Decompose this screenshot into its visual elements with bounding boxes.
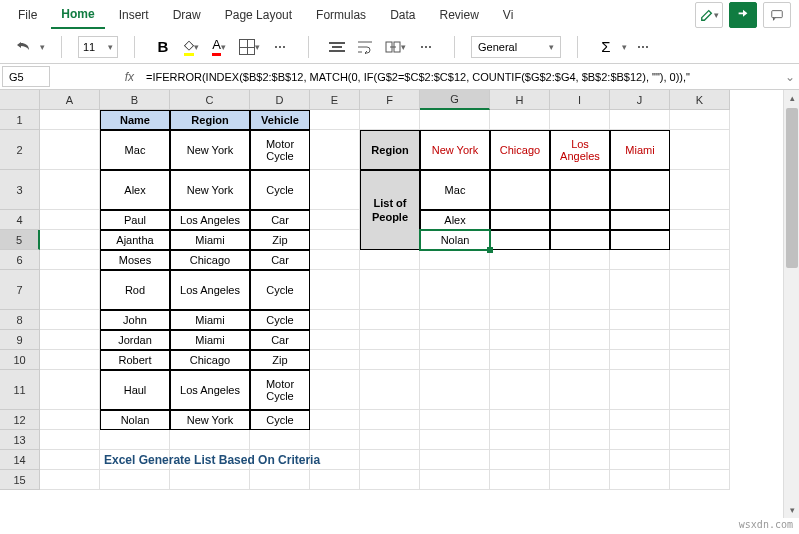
merge-button[interactable]: ▾ [381, 35, 410, 59]
more-font-button[interactable]: ⋯ [268, 35, 292, 59]
fill-handle[interactable] [487, 247, 493, 253]
cell-J7[interactable] [610, 270, 670, 310]
more-align-button[interactable]: ⋯ [414, 35, 438, 59]
menu-data[interactable]: Data [380, 2, 425, 28]
cell-E10[interactable] [310, 350, 360, 370]
cell-E12[interactable] [310, 410, 360, 430]
cell-B13[interactable] [100, 430, 170, 450]
cell-E4[interactable] [310, 210, 360, 230]
cell-A13[interactable] [40, 430, 100, 450]
cell-I11[interactable] [550, 370, 610, 410]
formula-bar[interactable]: =IFERROR(INDEX($B$2:$B$12, MATCH(0, IF(G… [142, 64, 781, 89]
cell-K9[interactable] [670, 330, 730, 350]
cell-J11[interactable] [610, 370, 670, 410]
table1-r0-c1[interactable]: New York [170, 130, 250, 170]
cell-F8[interactable] [360, 310, 420, 330]
table2-people-r2-c1[interactable] [490, 230, 550, 250]
cell-A3[interactable] [40, 170, 100, 210]
table1-header-2[interactable]: Vehicle [250, 110, 310, 130]
table1-r10-c0[interactable]: Nolan [100, 410, 170, 430]
cell-A11[interactable] [40, 370, 100, 410]
cell-G6[interactable] [420, 250, 490, 270]
cell-F1[interactable] [360, 110, 420, 130]
table2-people-r2-c3[interactable] [610, 230, 670, 250]
cell-K4[interactable] [670, 210, 730, 230]
table1-r5-c0[interactable]: Rod [100, 270, 170, 310]
cell-A1[interactable] [40, 110, 100, 130]
row-header-2[interactable]: 2 [0, 130, 40, 170]
col-header-G[interactable]: G [420, 90, 490, 110]
cell-C13[interactable] [170, 430, 250, 450]
row-header-3[interactable]: 3 [0, 170, 40, 210]
table1-r2-c0[interactable]: Paul [100, 210, 170, 230]
table1-header-0[interactable]: Name [100, 110, 170, 130]
menu-review[interactable]: Review [429, 2, 488, 28]
cell-A12[interactable] [40, 410, 100, 430]
table1-r5-c1[interactable]: Los Angeles [170, 270, 250, 310]
cell-E3[interactable] [310, 170, 360, 210]
table1-r0-c2[interactable]: Motor Cycle [250, 130, 310, 170]
table2-people-r0-c1[interactable] [490, 170, 550, 210]
col-header-D[interactable]: D [250, 90, 310, 110]
table2-people-r0-c0[interactable]: Mac [420, 170, 490, 210]
cell-J8[interactable] [610, 310, 670, 330]
cell-A9[interactable] [40, 330, 100, 350]
cell-J13[interactable] [610, 430, 670, 450]
edit-mode-button[interactable]: ▾ [695, 2, 723, 28]
cell-K14[interactable] [670, 450, 730, 470]
table1-r1-c2[interactable]: Cycle [250, 170, 310, 210]
col-header-C[interactable]: C [170, 90, 250, 110]
cell-A15[interactable] [40, 470, 100, 490]
row-header-14[interactable]: 14 [0, 450, 40, 470]
cell-H15[interactable] [490, 470, 550, 490]
cell-I12[interactable] [550, 410, 610, 430]
table1-r6-c2[interactable]: Cycle [250, 310, 310, 330]
menu-formulas[interactable]: Formulas [306, 2, 376, 28]
row-header-8[interactable]: 8 [0, 310, 40, 330]
cell-H9[interactable] [490, 330, 550, 350]
cell-A8[interactable] [40, 310, 100, 330]
table1-r10-c1[interactable]: New York [170, 410, 250, 430]
comments-button[interactable] [763, 2, 791, 28]
cell-I6[interactable] [550, 250, 610, 270]
cell-H8[interactable] [490, 310, 550, 330]
cell-G9[interactable] [420, 330, 490, 350]
fill-color-button[interactable]: ◇▾ [179, 35, 203, 59]
table1-r2-c1[interactable]: Los Angeles [170, 210, 250, 230]
cell-H12[interactable] [490, 410, 550, 430]
table1-r6-c1[interactable]: Miami [170, 310, 250, 330]
font-size-selector[interactable]: 11▾ [78, 36, 118, 58]
table1-r4-c0[interactable]: Moses [100, 250, 170, 270]
cell-E6[interactable] [310, 250, 360, 270]
cell-G12[interactable] [420, 410, 490, 430]
table2-people-r0-c3[interactable] [610, 170, 670, 210]
table1-r8-c1[interactable]: Chicago [170, 350, 250, 370]
menu-insert[interactable]: Insert [109, 2, 159, 28]
cell-D15[interactable] [250, 470, 310, 490]
cell-F7[interactable] [360, 270, 420, 310]
row-header-9[interactable]: 9 [0, 330, 40, 350]
cell-I8[interactable] [550, 310, 610, 330]
more-editing-button[interactable]: ⋯ [631, 35, 655, 59]
cell-G13[interactable] [420, 430, 490, 450]
table1-r2-c2[interactable]: Car [250, 210, 310, 230]
table1-r1-c1[interactable]: New York [170, 170, 250, 210]
table1-r7-c0[interactable]: Jordan [100, 330, 170, 350]
cell-E5[interactable] [310, 230, 360, 250]
vertical-scrollbar[interactable]: ▴▾ [783, 90, 799, 518]
table1-r0-c0[interactable]: Mac [100, 130, 170, 170]
row-header-12[interactable]: 12 [0, 410, 40, 430]
cell-F15[interactable] [360, 470, 420, 490]
cell-K12[interactable] [670, 410, 730, 430]
table1-r3-c2[interactable]: Zip [250, 230, 310, 250]
cell-D13[interactable] [250, 430, 310, 450]
cell-C15[interactable] [170, 470, 250, 490]
table1-r7-c1[interactable]: Miami [170, 330, 250, 350]
row-header-6[interactable]: 6 [0, 250, 40, 270]
cell-G8[interactable] [420, 310, 490, 330]
table2-people-r1-c2[interactable] [550, 210, 610, 230]
table1-r4-c1[interactable]: Chicago [170, 250, 250, 270]
table1-r10-c2[interactable]: Cycle [250, 410, 310, 430]
cell-I9[interactable] [550, 330, 610, 350]
cell-H10[interactable] [490, 350, 550, 370]
